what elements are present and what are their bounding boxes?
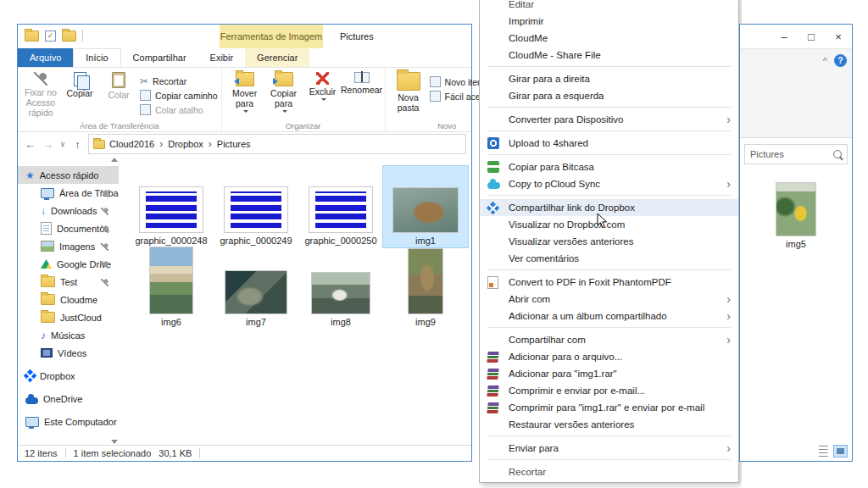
menu-item-girar-esquerda[interactable]: Girar para a esquerda — [480, 87, 738, 104]
folder-icon[interactable] — [25, 30, 39, 42]
copy-to-button[interactable]: Copiar para — [264, 70, 303, 113]
properties-icon[interactable]: ✓ — [45, 30, 56, 42]
menu-item-restaurar-versoes[interactable]: Restaurar versões anteriores — [480, 416, 738, 433]
menu-item-compartilhar-link-dropbox[interactable]: Compartilhar link do Dropbox — [480, 199, 738, 216]
copy-path-button[interactable]: Copiar caminho — [140, 90, 218, 101]
sidebar-item-label: Vídeos — [58, 348, 86, 358]
sidebar-item-cloudme[interactable]: Cloudme — [18, 291, 119, 308]
folder-icon — [41, 312, 55, 323]
menu-item-upload-4shared[interactable]: Upload to 4shared — [480, 135, 738, 152]
context-menu: EditarImprimirCloudMeCloudMe - Share Fil… — [479, 0, 739, 483]
status-bar — [740, 441, 852, 461]
breadcrumb-segment[interactable]: Cloud2016 — [109, 139, 154, 149]
tab-exibir[interactable]: Exibir — [198, 48, 246, 67]
menu-item-imprimir[interactable]: Imprimir — [480, 13, 738, 30]
chevron-down-icon — [321, 98, 326, 101]
details-view-icon[interactable] — [816, 445, 831, 458]
copy-button[interactable]: Copiar — [60, 70, 99, 98]
menu-item-enviar-para[interactable]: Enviar para› — [480, 440, 738, 457]
tab-gerenciar[interactable]: Gerenciar — [245, 48, 309, 67]
window-minimize-button[interactable]: – — [771, 30, 798, 43]
collapse-ribbon-icon[interactable]: ^ — [823, 56, 827, 66]
sidebar-item-label: Cloudme — [60, 295, 97, 305]
sidebar-item-downloads[interactable]: ↓Downloads — [18, 202, 119, 219]
menu-item-compartilhar-com[interactable]: Compartilhar com› — [480, 331, 738, 348]
sidebar-item-label: OneDrive — [43, 394, 82, 404]
paste-button[interactable]: Colar — [99, 70, 138, 100]
scroll-up-icon[interactable] — [111, 158, 118, 162]
new-folder-icon[interactable] — [62, 30, 76, 42]
menu-item-convert-foxit[interactable]: Convert to PDF in Foxit PhantomPDF — [480, 274, 738, 291]
menu-item-converter-dispositivo[interactable]: Converter para Dispositivo› — [480, 111, 738, 128]
file-list-area: graphic_0000248graphic_0000249graphic_00… — [119, 156, 471, 446]
sidebar-item-google-drive[interactable]: Google Drive — [18, 255, 119, 273]
menu-item-comprimir-img1-email[interactable]: Comprimir para "img1.rar" e enviar por e… — [480, 399, 738, 416]
menu-item-copy-pcloud-sync[interactable]: Copy to pCloud Sync› — [480, 175, 738, 192]
sidebar-item-quick-access[interactable]: ★Acesso rápido — [18, 166, 119, 184]
new-folder-button[interactable]: Nova pasta — [389, 70, 428, 113]
window-close-button[interactable]: × — [825, 30, 852, 43]
file-img9[interactable]: img9 — [383, 247, 468, 329]
tab-inicio[interactable]: Início — [73, 48, 120, 67]
sidebar-item-test[interactable]: Test — [18, 273, 119, 291]
sidebar-item-dropbox[interactable]: Dropbox — [18, 367, 119, 385]
file-img7[interactable]: img7 — [214, 247, 298, 329]
menu-item-adicionar-arquivo[interactable]: Adicionar para o arquivo... — [480, 348, 738, 365]
menu-item-visualizar-dropbox[interactable]: Visualizar no Dropbox.com — [480, 216, 738, 233]
sidebar-item-onedrive[interactable]: OneDrive — [18, 390, 119, 408]
menu-item-adicionar-img1-rar[interactable]: Adicionar para "img1.rar" — [480, 365, 738, 382]
scroll-down-icon[interactable] — [111, 440, 118, 444]
up-button[interactable]: ↑ — [70, 138, 85, 151]
menu-item-recortar[interactable]: Recortar — [480, 463, 738, 480]
menu-item-ver-comentarios[interactable]: Ver comentários — [480, 250, 738, 267]
breadcrumb-segment[interactable]: Pictures — [217, 139, 251, 149]
forward-button[interactable]: → — [41, 138, 55, 151]
address-bar: ← → ∨ ↑ Cloud2016›Dropbox›Pictures — [18, 132, 471, 156]
menu-item-copiar-bitcasa[interactable]: Copiar para Bitcasa — [480, 158, 738, 175]
menu-item-cloudme-share-file[interactable]: CloudMe - Share File — [480, 47, 738, 64]
pin-icon — [101, 190, 108, 197]
back-button[interactable]: ← — [23, 138, 37, 151]
search-box[interactable]: Pictures — [744, 144, 848, 164]
help-icon[interactable]: ? — [834, 54, 847, 67]
menu-item-cloudme[interactable]: CloudMe — [480, 30, 738, 47]
sidebar-item-videos[interactable]: Vídeos — [18, 344, 119, 362]
window-maximize-button[interactable]: □ — [798, 30, 825, 43]
move-to-button[interactable]: Mover para — [225, 70, 264, 113]
file-graphic_0000249[interactable]: graphic_0000249 — [214, 166, 298, 247]
menu-item-adicionar-album[interactable]: Adicionar a um álbum compartilhado› — [480, 308, 738, 324]
delete-button[interactable]: Excluir — [303, 70, 342, 101]
sidebar-item-justcloud[interactable]: JustCloud — [18, 308, 119, 326]
pin-quick-access-button[interactable]: Fixar no Acesso rápido — [21, 70, 60, 118]
file-graphic_0000248[interactable]: graphic_0000248 — [129, 166, 214, 247]
history-dropdown-icon[interactable]: ∨ — [58, 140, 67, 148]
mouse-cursor — [597, 213, 609, 230]
file-img5[interactable]: img5 — [776, 182, 816, 249]
menu-item-comprimir-email[interactable]: Comprimir e enviar por e-mail... — [480, 382, 738, 399]
thumbnails-view-icon[interactable] — [833, 445, 848, 458]
cut-button[interactable]: ✂ Recortar — [140, 76, 218, 86]
sidebar-item-this-pc[interactable]: Este Computador — [18, 413, 119, 430]
menu-item-girar-direita[interactable]: Girar para a direita — [480, 70, 738, 87]
tab-arquivo[interactable]: Arquivo — [18, 48, 73, 67]
tab-compartilhar[interactable]: Compartilhar — [121, 48, 198, 67]
rename-label: Renomear — [341, 85, 382, 95]
file-img8[interactable]: img8 — [298, 247, 383, 329]
menu-item-editar[interactable]: Editar — [480, 0, 738, 13]
sidebar-item-label: Este Computador — [44, 417, 117, 427]
breadcrumb-segment[interactable]: Dropbox — [168, 139, 203, 149]
file-img6[interactable]: img6 — [129, 247, 214, 329]
file-graphic_0000250[interactable]: graphic_0000250 — [298, 166, 383, 247]
rename-button[interactable]: Renomear — [342, 70, 381, 95]
file-img1[interactable]: img1 — [383, 166, 468, 247]
menu-separator — [487, 107, 731, 108]
sidebar-item-desktop[interactable]: Área de Traba — [18, 184, 119, 202]
menu-item-label: Girar para a esquerda — [509, 91, 604, 101]
sidebar-item-images[interactable]: Imagens — [18, 237, 119, 255]
sidebar-item-music[interactable]: ♪Músicas — [18, 326, 119, 344]
breadcrumb[interactable]: Cloud2016›Dropbox›Pictures — [88, 134, 466, 154]
sidebar-item-documents[interactable]: Documentos — [18, 219, 119, 237]
menu-item-visualizar-versoes[interactable]: Visualizar versões anteriores — [480, 233, 738, 250]
paste-shortcut-button[interactable]: Colar atalho — [140, 104, 218, 115]
menu-item-abrir-com[interactable]: Abrir com› — [480, 291, 738, 308]
